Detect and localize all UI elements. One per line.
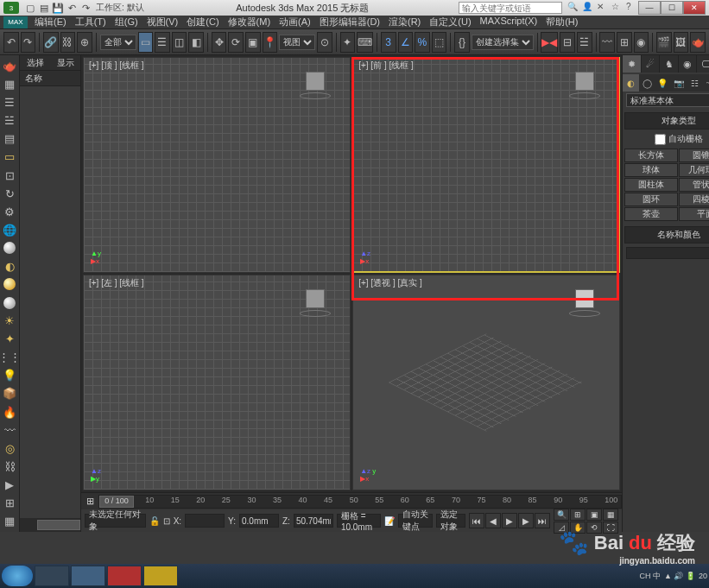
redo-icon[interactable]: ↷ [79, 2, 92, 14]
teapot-icon[interactable]: 🫖 [0, 59, 19, 73]
autokey-button[interactable]: 自动关键点 [398, 514, 433, 528]
y-input[interactable] [239, 514, 279, 528]
menu-help[interactable]: 帮助(H) [546, 16, 578, 28]
spinner-snap-button[interactable]: ⬚ [432, 32, 447, 53]
btn-pyramid[interactable]: 四棱锥 [679, 193, 709, 206]
menu-modifiers[interactable]: 修改器(M) [228, 16, 271, 28]
move-button[interactable]: ✥ [212, 32, 227, 53]
metal-icon[interactable]: ◐ [0, 259, 19, 274]
selected-filter[interactable]: 选定对象 [436, 514, 465, 528]
btn-cylinder[interactable]: 圆柱体 [624, 178, 678, 192]
lock-icon[interactable]: 🔓 [149, 516, 160, 526]
cat-cameras[interactable]: 📷 [671, 74, 687, 92]
align-button[interactable]: ⊟ [560, 32, 575, 53]
viewport-top[interactable]: [+] [顶 ] [线框 ] ▲y▶x [83, 57, 351, 273]
globe-icon[interactable]: 🌐 [0, 223, 19, 237]
btn-box[interactable]: 长方体 [624, 149, 678, 162]
select-region-button[interactable]: ◫ [172, 32, 187, 53]
menu-views[interactable]: 视图(V) [147, 16, 179, 28]
cat-spacewarps[interactable]: 〰 [702, 74, 709, 92]
viewport-label[interactable]: [+] [顶 ] [线框 ] [89, 60, 144, 72]
scale-button[interactable]: ▣ [245, 32, 261, 53]
rotate-icon[interactable]: ↻ [0, 187, 19, 201]
minimize-button[interactable]: — [638, 1, 661, 15]
selection-filter[interactable]: 全部 [100, 35, 136, 50]
cat-shapes[interactable]: ◯ [639, 74, 655, 92]
menu-create[interactable]: 创建(C) [187, 16, 218, 28]
ring-icon[interactable]: ◎ [0, 441, 19, 456]
bind-button[interactable]: ⊕ [77, 32, 92, 53]
search-icon[interactable]: 🔍 [567, 2, 579, 14]
time-slider-thumb[interactable]: 0 / 100 [99, 496, 134, 508]
calendar-icon[interactable]: ▤ [0, 131, 19, 146]
btn-teapot[interactable]: 茶壶 [624, 207, 678, 221]
cat-geometry[interactable]: ◐ [623, 74, 638, 92]
toggle-icon[interactable]: ⊞ [0, 496, 19, 510]
object-list[interactable] [20, 86, 80, 518]
taskbar-item[interactable] [143, 566, 178, 586]
mirror-button[interactable]: ▶◀ [541, 32, 558, 53]
btn-torus[interactable]: 圆环 [624, 193, 678, 206]
help-icon[interactable]: ? [626, 2, 638, 14]
sun-icon[interactable]: ☀ [0, 313, 19, 328]
next-frame-button[interactable]: ▶ [518, 513, 534, 528]
render-frame-button[interactable]: 🖼 [674, 32, 689, 53]
percent-snap-button[interactable]: % [415, 32, 430, 53]
menu-edit[interactable]: 编辑(E) [35, 16, 66, 28]
script-icon[interactable]: 📝 [384, 516, 395, 526]
zoom-extents-button[interactable]: ▣ [586, 509, 602, 521]
open-icon[interactable]: ▤ [38, 2, 50, 14]
play-button[interactable]: ▶ [502, 513, 517, 528]
display-icon[interactable]: ⊡ [0, 168, 19, 182]
ime-indicator[interactable]: CH 中 [640, 571, 662, 582]
exchange-icon[interactable]: ✕ [597, 2, 609, 14]
zoom-extents-all-button[interactable]: ▦ [603, 509, 618, 521]
curve-editor-button[interactable]: 〰 [599, 32, 615, 53]
column-name[interactable]: 名称 [20, 71, 80, 86]
taskbar-item[interactable] [71, 566, 105, 586]
named-sets-dropdown[interactable]: 创建选择集 [472, 35, 534, 50]
viewport-label[interactable]: [+] [前 ] [线框 ] [358, 60, 414, 72]
btn-cone[interactable]: 圆锥体 [679, 149, 709, 162]
x-input[interactable] [185, 514, 225, 528]
zoom-button[interactable]: 🔍 [554, 509, 569, 521]
viewcube[interactable] [298, 284, 332, 319]
undo-icon[interactable]: ↶ [66, 2, 78, 14]
viewport-label[interactable]: [+] [透视 ] [真实 ] [358, 277, 422, 289]
menu-graph-editors[interactable]: 图形编辑器(D) [320, 16, 380, 28]
chain-icon[interactable]: ⛓ [0, 459, 19, 474]
layer-button[interactable]: ☱ [577, 32, 592, 53]
clock[interactable]: 20 [699, 572, 707, 580]
box-icon[interactable]: 📦 [0, 386, 19, 401]
z-input[interactable] [294, 514, 333, 528]
sphere-gold-icon[interactable] [3, 278, 16, 290]
signin-icon[interactable]: 👤 [582, 2, 594, 14]
render-button[interactable]: 🫖 [690, 32, 706, 53]
menu-customize[interactable]: 自定义(U) [429, 16, 471, 28]
btn-tube[interactable]: 管状体 [679, 178, 709, 192]
arrow-icon[interactable]: ▶ [0, 477, 19, 492]
bulb-icon[interactable]: 💡 [0, 368, 19, 383]
maximize-viewport-button[interactable]: ⛶ [603, 522, 618, 534]
render-setup-button[interactable]: 🎬 [656, 32, 672, 53]
horizontal-scrollbar[interactable] [20, 518, 80, 532]
snap-toggle[interactable]: 3 [381, 32, 396, 53]
btn-sphere[interactable]: 球体 [624, 163, 678, 177]
sphere-gray-icon[interactable] [3, 242, 16, 254]
star-icon[interactable]: ✦ [0, 332, 19, 346]
tab-select[interactable]: 选择 [20, 55, 50, 70]
fov-button[interactable]: ◿ [554, 522, 569, 534]
start-button[interactable] [2, 566, 33, 586]
maximize-button[interactable]: ☐ [661, 1, 683, 15]
tab-display[interactable]: 显示 [50, 55, 80, 70]
orbit-button[interactable]: ⟲ [586, 522, 602, 534]
viewport-front[interactable]: [+] [前 ] [线框 ] ▲z▶x [352, 57, 620, 273]
app-menu-button[interactable]: MAX [3, 16, 28, 28]
btn-plane[interactable]: 平面 [679, 207, 709, 221]
menu-rendering[interactable]: 渲染(R) [389, 16, 421, 28]
menu-animation[interactable]: 动画(A) [279, 16, 311, 28]
menu-tools[interactable]: 工具(T) [75, 16, 106, 28]
viewcube[interactable] [298, 66, 332, 101]
search-input[interactable] [459, 2, 562, 14]
undo-button[interactable]: ↶ [3, 32, 19, 53]
